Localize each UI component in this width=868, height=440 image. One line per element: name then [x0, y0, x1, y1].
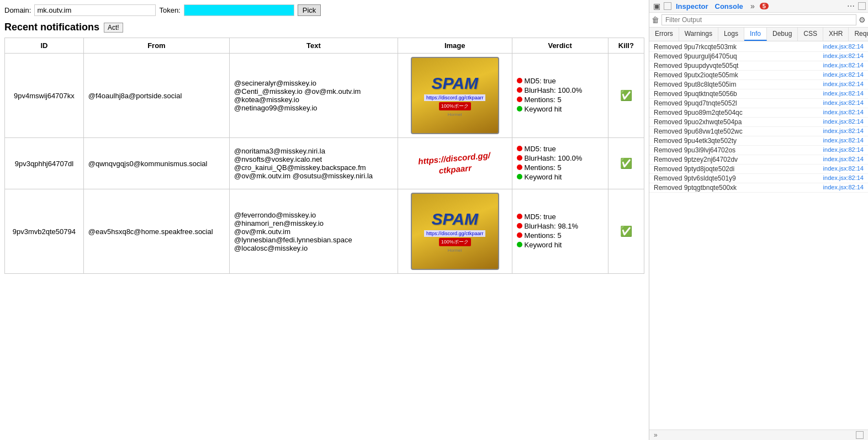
cell-from: @qwnqvgqjs0@kommunismus.social: [83, 138, 229, 189]
log-link[interactable]: index.jsx:82:14: [823, 71, 864, 79]
log-link[interactable]: index.jsx:82:14: [823, 128, 864, 135]
log-link[interactable]: index.jsx:82:14: [823, 174, 864, 182]
log-link[interactable]: index.jsx:82:14: [823, 118, 864, 126]
mentions-label: Mentions: 5: [525, 231, 562, 240]
cell-text: @noritama3@misskey.niri.la @nvsofts@vosk…: [230, 138, 398, 189]
notifications-heading: Recent notifications Act!: [4, 22, 644, 33]
tab-errors[interactable]: Errors: [649, 28, 679, 41]
domain-input[interactable]: [34, 4, 156, 16]
blurhash-label: BlurHash: 100.0%: [525, 154, 583, 162]
cell-kill: ✅: [608, 138, 644, 189]
tab-xhr[interactable]: XHR: [823, 28, 849, 41]
log-text: Removed 9ptv6sldqte501y9: [654, 174, 736, 182]
log-link[interactable]: index.jsx:82:14: [823, 43, 864, 51]
log-text: Removed 9putx2ioqte505mk: [654, 71, 738, 79]
cell-kill: ✅: [608, 189, 644, 274]
log-link[interactable]: index.jsx:82:14: [823, 99, 864, 107]
chevron-right-icon[interactable]: »: [748, 1, 758, 11]
tab-warnings[interactable]: Warnings: [679, 28, 718, 41]
log-link[interactable]: index.jsx:82:14: [823, 90, 864, 98]
domain-row: Domain: Token: Pick: [4, 4, 644, 16]
log-entry: Removed 9pu68vw1qte502wc index.jsx:82:14: [649, 127, 868, 136]
notifications-title: Recent notifications: [4, 22, 99, 33]
log-text: Removed 9puqtktnqte5056b: [654, 90, 737, 98]
blurhash-label: BlurHash: 100.0%: [525, 86, 583, 94]
act-button[interactable]: Act!: [104, 23, 123, 33]
verdict-keyword: Keyword hit: [517, 105, 604, 113]
gear-icon[interactable]: ⚙: [859, 15, 866, 24]
log-link[interactable]: index.jsx:82:14: [823, 146, 864, 154]
md5-dot: [517, 146, 522, 151]
log-link[interactable]: index.jsx:82:14: [823, 165, 864, 173]
blurhash-dot: [517, 223, 522, 229]
log-link[interactable]: index.jsx:82:14: [823, 52, 864, 60]
keyword-label: Keyword hit: [525, 173, 562, 181]
log-link[interactable]: index.jsx:82:14: [823, 62, 864, 70]
cell-text: @secineralyr@misskey.io @Centi_@misskey.…: [230, 54, 398, 138]
spam-hormel-label: Hormel: [448, 112, 462, 117]
filter-input[interactable]: [661, 14, 856, 25]
cell-from: @eav5hsxq8c@home.speakfree.social: [83, 189, 229, 274]
spam-text-label: SPAM: [431, 74, 478, 93]
log-entry: Removed 9ptyd8joqte502di index.jsx:82:14: [649, 165, 868, 174]
col-header-text: Text: [230, 38, 398, 54]
log-text: Removed 9ptyd8joqte502di: [654, 165, 734, 173]
log-entry: Removed 9pu7rkcqte503mk index.jsx:82:14: [649, 43, 868, 52]
cell-verdict: MD5: true BlurHash: 100.0% Mentions: 5 K…: [512, 54, 608, 138]
log-text: Removed 9puurgulj64705uq: [654, 52, 737, 60]
discord-text: https://discord.gg/ctkpaarr: [418, 150, 492, 177]
blurhash-dot: [517, 87, 522, 93]
tab-requests[interactable]: Requests: [849, 28, 868, 41]
inspector-icon[interactable]: ▣: [652, 1, 661, 11]
log-link[interactable]: index.jsx:82:14: [823, 137, 864, 145]
devtools-log: Removed 9pu7rkcqte503mk index.jsx:82:14 …: [649, 41, 868, 430]
spam-hormel-label: Hormel: [448, 248, 462, 253]
log-entry: Removed 9puurgulj64705uq index.jsx:82:14: [649, 52, 868, 61]
pick-button[interactable]: Pick: [298, 4, 321, 16]
spam-pork-label: 100%ポーク: [439, 102, 471, 110]
verdict-keyword: Keyword hit: [517, 241, 604, 249]
log-entry: Removed 9puo89m2qte504qc index.jsx:82:14: [649, 108, 868, 118]
verdict-md5: MD5: true: [517, 145, 604, 153]
trash-icon[interactable]: 🗑: [652, 15, 659, 24]
log-link[interactable]: index.jsx:82:14: [823, 156, 864, 163]
log-entry: Removed 9ptqgtbnqte500xk index.jsx:82:14: [649, 183, 868, 193]
col-header-from: From: [83, 38, 229, 54]
log-link[interactable]: index.jsx:82:14: [823, 184, 864, 192]
blurhash-label: BlurHash: 98.1%: [525, 222, 579, 230]
log-link[interactable]: index.jsx:82:14: [823, 109, 864, 116]
log-entry: Removed 9putx2ioqte505mk index.jsx:82:14: [649, 71, 868, 80]
table-row: 9pv4mswij64707kx@f4oaulhj8a@portside.soc…: [5, 54, 644, 138]
tab-info[interactable]: Info: [744, 28, 767, 41]
log-text: Removed 9puqd7tnqte5052l: [654, 99, 737, 107]
verdict-mentions: Mentions: 5: [517, 96, 604, 104]
more-icon[interactable]: ⋯: [846, 1, 856, 11]
mentions-dot: [517, 232, 522, 238]
log-link[interactable]: index.jsx:82:14: [823, 81, 864, 88]
tab-logs[interactable]: Logs: [718, 28, 744, 41]
verdict-blurhash: BlurHash: 100.0%: [517, 154, 604, 162]
spam-discord-url: https://discord.gg/ctkpaarr: [424, 230, 486, 237]
mentions-dot: [517, 165, 522, 170]
tab-css[interactable]: CSS: [798, 28, 823, 41]
log-entry: Removed 9puqtktnqte5056b index.jsx:82:14: [649, 89, 868, 99]
cell-id: 9pv3qphhj64707dl: [5, 138, 84, 189]
col-header-id: ID: [5, 38, 84, 54]
verdict-md5: MD5: true: [517, 213, 604, 221]
split-icon[interactable]: [858, 2, 866, 10]
cell-image: SPAM https://discord.gg/ctkpaarr 100%ポーク…: [398, 189, 512, 274]
devtools-layout-icon[interactable]: [664, 2, 671, 10]
token-input[interactable]: [184, 4, 294, 16]
log-entry: Removed 9puo2xhwqte504pa index.jsx:82:14: [649, 118, 868, 127]
devtools-bottom-bar: »: [649, 430, 868, 440]
devtools-toolbar: ▣ Inspector Console » 5 ⋯: [649, 0, 868, 13]
keyword-label: Keyword hit: [525, 105, 562, 113]
kill-checkmark: ✅: [620, 90, 632, 101]
dock-icon[interactable]: [856, 431, 864, 439]
expand-icon[interactable]: »: [654, 431, 658, 439]
cell-image: SPAM https://discord.gg/ctkpaarr 100%ポーク…: [398, 54, 512, 138]
log-text: Removed 9puo2xhwqte504pa: [654, 118, 742, 126]
devtools-panel: ▣ Inspector Console » 5 ⋯ 🗑 ⚙ Errors War…: [649, 0, 868, 440]
console-tab-label[interactable]: Console: [715, 2, 743, 10]
tab-debug[interactable]: Debug: [767, 28, 798, 41]
